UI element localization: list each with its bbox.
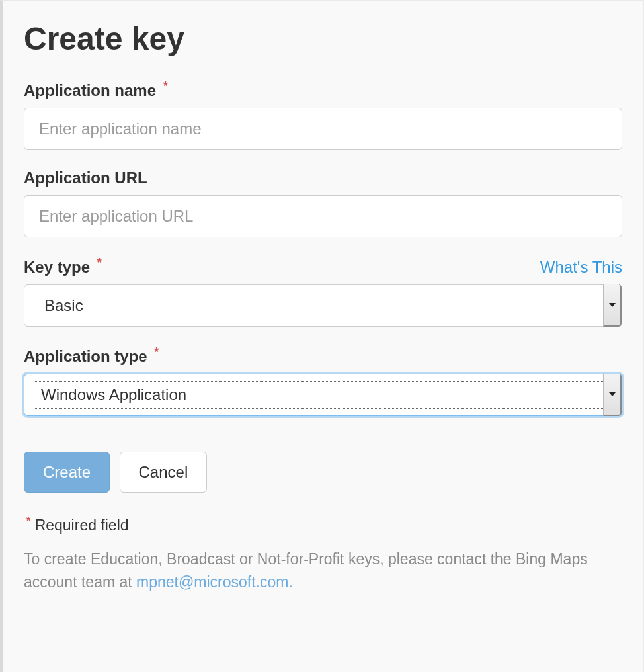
required-marker: *	[163, 79, 168, 93]
page-title: Create key	[24, 21, 622, 57]
contact-email-link[interactable]: mpnet@microsoft.com.	[136, 573, 293, 591]
chevron-down-icon	[609, 392, 616, 396]
application-url-input[interactable]	[24, 195, 622, 237]
label-text: Application type	[24, 347, 147, 365]
label-application-name: Application name *	[24, 79, 168, 100]
footer-note: To create Education, Broadcast or Not-fo…	[24, 548, 622, 595]
footer-note-text: To create Education, Broadcast or Not-fo…	[24, 550, 588, 591]
application-type-selected-value: Windows Application	[34, 381, 606, 409]
field-application-name: Application name *	[24, 79, 622, 150]
field-application-url: Application URL	[24, 169, 622, 237]
label-key-type: Key type *	[24, 256, 102, 276]
select-value-container: Windows Application	[24, 381, 603, 409]
label-application-type: Application type *	[24, 345, 159, 366]
create-key-form: Create key Application name * Applicatio…	[0, 0, 644, 672]
application-name-input[interactable]	[24, 108, 622, 150]
button-row: Create Cancel	[24, 452, 622, 493]
required-marker: *	[97, 256, 102, 269]
required-field-note: * Required field	[24, 515, 622, 534]
label-text: Key type	[24, 258, 90, 276]
key-type-selected-value: Basic	[24, 296, 603, 315]
required-marker: *	[26, 515, 30, 526]
key-type-select[interactable]: Basic	[24, 284, 622, 327]
cancel-button[interactable]: Cancel	[120, 452, 208, 493]
field-key-type: Key type * What's This Basic	[24, 256, 622, 327]
label-text: Application name	[24, 81, 156, 99]
whats-this-link[interactable]: What's This	[540, 258, 622, 276]
required-field-text: Required field	[35, 517, 129, 534]
required-marker: *	[154, 345, 159, 358]
create-button[interactable]: Create	[24, 452, 110, 493]
application-type-select[interactable]: Windows Application	[24, 374, 622, 416]
field-application-type: Application type * Windows Application	[24, 345, 622, 416]
label-application-url: Application URL	[24, 169, 147, 187]
chevron-down-icon	[609, 303, 616, 307]
dropdown-arrow-box	[603, 374, 622, 416]
dropdown-arrow-box	[603, 284, 622, 327]
